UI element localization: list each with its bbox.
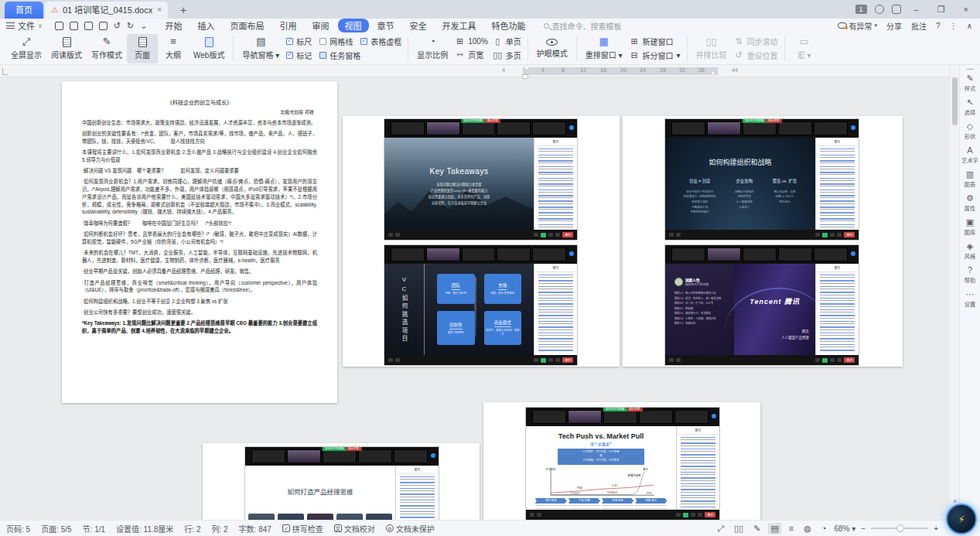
table-gridline-checkbox[interactable]: 表格虚框: [360, 36, 401, 47]
write-mode-icon[interactable]: ✎: [751, 523, 763, 534]
file-menu[interactable]: 文件 ∨: [0, 19, 49, 32]
write-mode-button[interactable]: ✎写作模式: [87, 34, 127, 63]
menu-start[interactable]: 开始: [159, 19, 190, 32]
customize-toolbar-icon[interactable]: ⌄: [140, 21, 147, 31]
status-setting-value[interactable]: 设置值: 11.8厘米: [116, 523, 173, 534]
embedded-screenshot-tech-push[interactable]: 您正在共享屏幕停止共享 Tech Push vs. Market Pull 哪个…: [526, 408, 719, 520]
account-icon[interactable]: [892, 5, 901, 14]
first-line-indent-marker[interactable]: [524, 67, 529, 70]
status-word-count[interactable]: 字数: 847: [239, 523, 271, 534]
proofread-button[interactable]: 文文档校对: [334, 523, 375, 534]
zoom-in-button[interactable]: +: [934, 524, 938, 533]
menu-view[interactable]: 视图: [338, 19, 369, 32]
sidebar-item-style[interactable]: ◈风格: [964, 241, 976, 260]
sidebar-item-select[interactable]: ↖选择: [964, 97, 976, 116]
fullscreen-mode-icon[interactable]: ⤢: [715, 523, 726, 534]
home-tab[interactable]: 首页: [5, 2, 43, 19]
sidebar-item-shapes[interactable]: ◇形状: [964, 121, 976, 140]
page-view-button[interactable]: 页面: [127, 34, 158, 63]
zoom-slider[interactable]: [871, 527, 928, 529]
help-button[interactable]: ?: [936, 22, 941, 30]
stop-share-button[interactable]: 停止共享: [627, 408, 642, 411]
menu-features[interactable]: 特色功能: [485, 19, 533, 32]
zoom-ratio-button[interactable]: ◔显示比例: [412, 34, 452, 63]
stop-share-button[interactable]: 停止共享: [485, 119, 500, 123]
command-search[interactable]: 查找命令、搜索模板: [544, 20, 622, 32]
scrollbar-thumb[interactable]: [952, 77, 958, 125]
horizontal-ruler[interactable]: 4 4 8 12 16 20 24 28 32 36 44: [0, 65, 949, 77]
minimize-button[interactable]: –: [909, 0, 924, 19]
left-indent-marker[interactable]: [523, 75, 528, 78]
eye-protection-button[interactable]: 护眼模式: [532, 34, 572, 63]
page-width-button[interactable]: ⇿页宽: [455, 49, 488, 60]
menu-insert[interactable]: 插入: [191, 19, 222, 32]
read-mode-icon[interactable]: ▯▯: [732, 523, 746, 534]
restore-button[interactable]: ❒: [932, 0, 951, 19]
export-icon[interactable]: [70, 22, 78, 30]
sidebar-item-styles[interactable]: ✎样式: [964, 73, 976, 92]
document-page-1[interactable]: 《科技企业的创立与成长》 北极光创投 邓锋 中国创新创业生态：市场需求大，政策支…: [62, 81, 337, 403]
sidebar-item-help[interactable]: ?帮助: [964, 265, 976, 284]
sidebar-item-gallery[interactable]: ▣图库: [964, 217, 976, 236]
read-layout-button[interactable]: 阅读版式: [46, 34, 87, 63]
collapse-ribbon-button[interactable]: ∧: [967, 22, 972, 30]
embedded-screenshot-tencent[interactable]: 洞察人性成就伟大产品经理 微信1.0：熟人间的简单聊天通讯工具 微信2.0：语音…: [665, 245, 859, 365]
new-window-button[interactable]: ⊞新建窗口: [630, 36, 681, 47]
embedded-screenshot-org-strategy[interactable]: 您正在共享屏幕停止共享 如何构建组织和战略 创业 ≠ 创意创业不是有个想法就行而…: [665, 119, 859, 240]
notification-badge[interactable]: 1: [855, 5, 867, 14]
collapse-sidebar-icon[interactable]: [966, 69, 974, 70]
sidebar-item-wordart[interactable]: A艺术字: [961, 145, 979, 164]
zoom-slider-knob[interactable]: [896, 524, 904, 532]
right-indent-marker[interactable]: [711, 71, 715, 74]
fullscreen-view-button[interactable]: ⤢全屏显示: [6, 34, 46, 63]
embedded-screenshot-key-takeaways[interactable]: 您正在共享屏幕停止共享 Key Takeaways 发现问题比解决问题能力更重要…: [384, 119, 577, 240]
menu-review[interactable]: 审阅: [306, 19, 336, 32]
task-pane-button[interactable]: 任务窗格: [319, 50, 360, 61]
outline-mode-icon[interactable]: ≡: [787, 523, 796, 534]
split-window-button[interactable]: ⊟拆分窗口 ▾: [630, 50, 681, 61]
web-mode-icon[interactable]: ◍: [801, 523, 814, 534]
comment-button[interactable]: 批注: [911, 20, 927, 32]
status-page-count[interactable]: 页面: 5/5: [41, 523, 71, 534]
close-button[interactable]: ×: [958, 0, 974, 19]
web-layout-button[interactable]: Web版式: [189, 34, 229, 63]
share-button[interactable]: 分享: [886, 20, 902, 32]
navigation-pane-button[interactable]: ▤导航窗格 ▾: [237, 34, 284, 63]
new-tab-button[interactable]: +: [176, 2, 191, 19]
status-line[interactable]: 行: 2: [184, 523, 200, 534]
protection-status[interactable]: ⊘文档未保护: [386, 523, 435, 534]
markup-checkbox[interactable]: 标记: [286, 50, 312, 61]
status-page-number[interactable]: 页码: 5: [6, 523, 30, 534]
theme-icon[interactable]: [875, 5, 884, 14]
zoom-100-button[interactable]: ⊞100%: [455, 36, 488, 46]
sidebar-item-settings[interactable]: ⋯设置: [964, 289, 976, 308]
gridlines-checkbox[interactable]: 网格线: [319, 36, 353, 47]
stop-share-button[interactable]: 停止共享: [766, 119, 781, 123]
embedded-screenshot-vc-criteria[interactable]: VC如何挑选项目 团队经验、能力 互补性 市场规模、成长 竞争格局 创新性壁垒 …: [384, 245, 577, 365]
preview-icon[interactable]: [99, 22, 108, 30]
multi-page-button[interactable]: ▯▯多页: [493, 50, 521, 61]
zoom-out-button[interactable]: −: [861, 524, 866, 533]
more-menu-button[interactable]: ⋮: [950, 22, 958, 30]
close-tab-icon[interactable]: ×: [157, 2, 162, 19]
sidebar-item-chart[interactable]: ▥图表: [964, 169, 976, 188]
stop-share-button[interactable]: 停止共享: [346, 447, 361, 451]
ruler-checkbox[interactable]: 标尺: [286, 36, 312, 47]
page-mode-icon[interactable]: ▤: [768, 523, 780, 534]
spellcheck-button[interactable]: ✓拼写检查: [282, 523, 323, 534]
save-icon[interactable]: [55, 22, 63, 30]
menu-dev-tools[interactable]: 开发工具: [435, 19, 483, 32]
zoom-value[interactable]: 68% ▾: [834, 524, 855, 533]
status-section[interactable]: 节: 1/1: [83, 523, 105, 534]
outline-view-button[interactable]: ≡大纲: [158, 34, 189, 63]
rearrange-windows-button[interactable]: ▦重排窗口 ▾: [581, 34, 627, 63]
redo-icon[interactable]: ↻: [127, 21, 134, 31]
menu-page-layout[interactable]: 页面布局: [224, 19, 271, 32]
undo-icon[interactable]: ↺: [114, 21, 121, 31]
wps-assistant-button[interactable]: ⚡: [946, 504, 977, 534]
menu-references[interactable]: 引用: [273, 19, 304, 32]
abnormal-status[interactable]: 有异常▾: [838, 20, 878, 32]
document-tab[interactable]: ⚠ 01 培训笔记_0415.docx ×: [45, 2, 168, 19]
menu-section[interactable]: 章节: [370, 19, 401, 32]
eyecare-mode-icon[interactable]: ◔: [819, 523, 829, 534]
